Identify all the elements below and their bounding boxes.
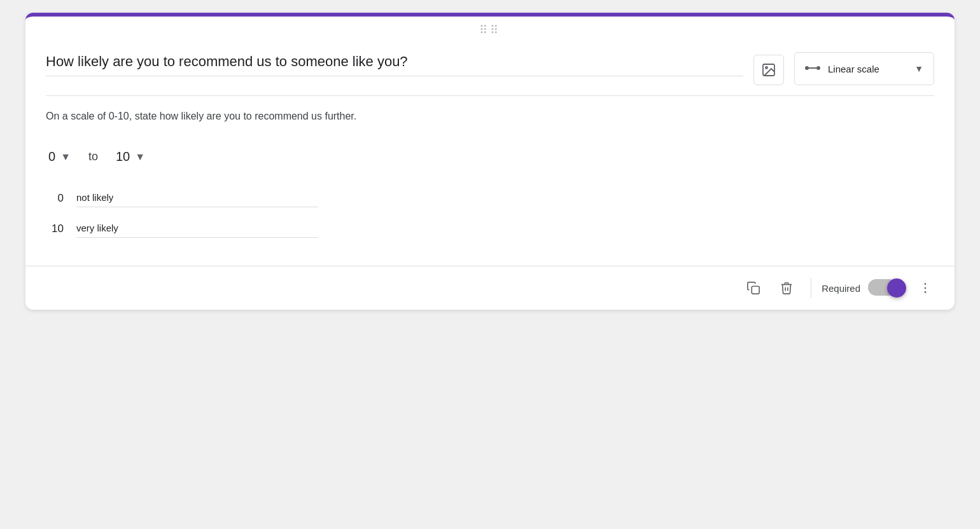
scale-to-dropdown[interactable]: 10 ▼: [113, 144, 148, 169]
toggle-thumb: [887, 278, 906, 298]
label-row-1: 10: [46, 220, 934, 238]
type-label: Linear scale: [828, 64, 907, 74]
description-text: On a scale of 0-10, state how likely are…: [46, 109, 934, 124]
delete-button[interactable]: [773, 274, 801, 302]
svg-point-2: [805, 66, 809, 70]
chevron-down-icon: ▼: [914, 64, 923, 74]
copy-icon: [746, 281, 760, 295]
required-row: Required: [822, 278, 906, 298]
add-image-button[interactable]: [753, 55, 784, 85]
question-card: ⠿⠿ How likely are you to recommend us to…: [25, 13, 955, 310]
svg-point-7: [925, 287, 927, 289]
scale-to-value: 10: [116, 149, 130, 164]
header-row: How likely are you to recommend us to so…: [25, 39, 955, 85]
labels-section: 0 10: [25, 184, 955, 266]
card-body: How likely are you to recommend us to so…: [25, 39, 955, 310]
drag-handle[interactable]: ⠿⠿: [25, 17, 955, 39]
scale-to-arrow-icon: ▼: [135, 151, 145, 163]
more-vertical-icon: [918, 281, 932, 295]
toolbar-separator: [811, 278, 811, 298]
scale-to-text: to: [83, 150, 103, 163]
question-type-dropdown[interactable]: Linear scale ▼: [794, 52, 934, 85]
label-row-0: 0: [46, 189, 934, 207]
svg-point-4: [816, 66, 820, 70]
more-options-button[interactable]: [911, 274, 939, 302]
svg-point-8: [925, 291, 927, 293]
svg-point-1: [766, 67, 767, 69]
footer-toolbar: Required: [25, 266, 955, 310]
scale-from-arrow-icon: ▼: [60, 151, 71, 163]
svg-point-6: [925, 283, 927, 285]
required-toggle[interactable]: [868, 278, 906, 298]
svg-rect-5: [752, 286, 759, 294]
question-title[interactable]: How likely are you to recommend us to so…: [46, 52, 743, 76]
label-input-0[interactable]: [76, 189, 318, 207]
linear-scale-icon: [805, 62, 820, 76]
scale-from-value: 0: [48, 149, 55, 164]
duplicate-button[interactable]: [739, 274, 767, 302]
label-number-1: 10: [46, 223, 64, 235]
description-row: On a scale of 0-10, state how likely are…: [25, 96, 955, 124]
label-number-0: 0: [46, 192, 64, 205]
required-label: Required: [822, 283, 860, 294]
question-title-area: How likely are you to recommend us to so…: [46, 52, 743, 81]
label-input-1[interactable]: [76, 220, 318, 238]
scale-from-dropdown[interactable]: 0 ▼: [46, 144, 73, 169]
scale-row: 0 ▼ to 10 ▼: [25, 124, 955, 184]
trash-icon: [780, 281, 794, 295]
image-icon: [761, 62, 776, 78]
